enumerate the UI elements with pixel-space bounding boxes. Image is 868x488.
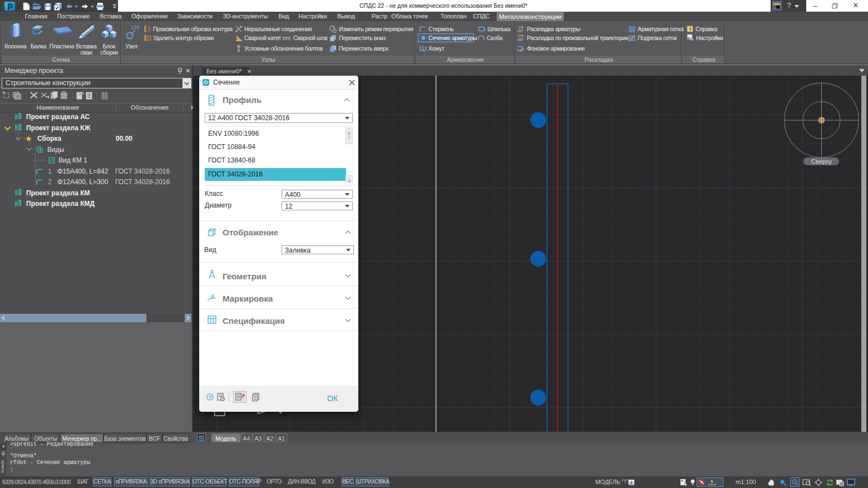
svg-text:123: 123 [131,24,139,30]
svg-text:?: ? [209,395,211,400]
svg-text:А: А [211,293,215,299]
svg-text:Сверху: Сверху [811,158,832,165]
svg-text:?: ? [688,27,691,32]
